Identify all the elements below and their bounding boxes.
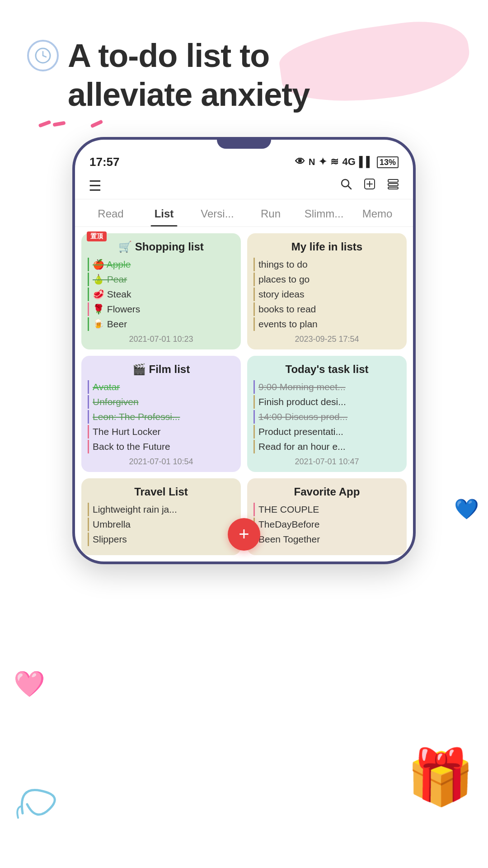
- list-item: THE COUPLE: [253, 503, 400, 516]
- list-item: 14:00 Discuss prod...: [253, 410, 400, 424]
- card-items-film: Avatar Unforgiven Leon: The Professi... …: [88, 380, 235, 453]
- wifi-icon: ≋: [330, 156, 338, 168]
- list-item: Lightweight rain ja...: [88, 503, 235, 516]
- card-timestamp: 2021-07-01 10:47: [253, 457, 400, 467]
- card-todays-tasks[interactable]: Today's task list 9:00 Morning meet... F…: [247, 356, 407, 472]
- swirl-decoration: [14, 777, 68, 832]
- signal-icon: 4G: [342, 156, 355, 168]
- list-item: 🍐 Pear: [88, 273, 235, 286]
- cards-grid: 置顶 🛒 Shopping list 🍎 Apple 🍐 Pear 🥩 Stea…: [75, 227, 413, 561]
- page-header: A to-do list to alleviate anxiety: [0, 0, 488, 128]
- battery-icon: 13%: [377, 156, 399, 168]
- card-items-shopping: 🍎 Apple 🍐 Pear 🥩 Steak 🌹 Flowers 🍺 Beer: [88, 258, 235, 331]
- list-item: 🍺 Beer: [88, 317, 235, 331]
- card-favorite-app[interactable]: Favorite App THE COUPLE TheDayBefore Bee…: [247, 478, 407, 555]
- card-title-my-life: My life in lists: [253, 241, 400, 253]
- list-item: things to do: [253, 258, 400, 271]
- status-time: 17:57: [89, 155, 120, 169]
- card-timestamp: 2021-07-01 10:54: [88, 457, 235, 467]
- card-shopping-list[interactable]: 置顶 🛒 Shopping list 🍎 Apple 🍐 Pear 🥩 Stea…: [81, 233, 241, 349]
- list-item: events to plan: [253, 317, 400, 331]
- card-title-shopping: 🛒 Shopping list: [88, 241, 235, 253]
- list-item: Finish product desi...: [253, 395, 400, 409]
- phone-notch: [217, 140, 271, 149]
- card-title-favorite-app: Favorite App: [253, 486, 400, 498]
- hearts-decoration-left: 🩷: [14, 669, 45, 699]
- cards-container: 置顶 🛒 Shopping list 🍎 Apple 🍐 Pear 🥩 Stea…: [75, 227, 413, 561]
- svg-line-2: [43, 56, 46, 57]
- nfc-icon: N: [309, 157, 315, 167]
- tab-list[interactable]: List: [137, 199, 191, 226]
- list-item: The Hurt Locker: [88, 425, 235, 439]
- card-title-film: 🎬 Film list: [88, 363, 235, 376]
- card-items-my-life: things to do places to go story ideas bo…: [253, 258, 400, 331]
- eye-icon: 👁: [295, 156, 305, 168]
- card-timestamp: 2023-09-25 17:54: [253, 335, 400, 344]
- app-toolbar: ☰: [75, 173, 413, 199]
- list-item: books to read: [253, 302, 400, 316]
- card-film-list[interactable]: 🎬 Film list Avatar Unforgiven Leon: The …: [81, 356, 241, 472]
- hearts-decoration-right: 💙: [454, 497, 479, 521]
- list-item: Read for an hour e...: [253, 440, 400, 453]
- fab-add-button[interactable]: +: [228, 518, 260, 551]
- card-items-tasks: 9:00 Morning meet... Finish product desi…: [253, 380, 400, 453]
- card-timestamp: 2021-07-01 10:23: [88, 335, 235, 344]
- phone-mockup: 17:57 👁 N ✦ ≋ 4G ▌▌ 13% ☰: [72, 137, 416, 564]
- list-item: story ideas: [253, 288, 400, 301]
- layout-button[interactable]: [387, 178, 399, 193]
- card-title-tasks: Today's task list: [253, 363, 400, 376]
- tab-bar: Read List Versi... Run Slimm... Memo: [75, 199, 413, 227]
- list-item: 9:00 Morning meet...: [253, 380, 400, 394]
- toolbar-actions: [340, 178, 399, 193]
- list-item: Unforgiven: [88, 395, 235, 409]
- list-item: Umbrella: [88, 518, 235, 531]
- svg-rect-8: [388, 179, 398, 182]
- signal-bars: ▌▌: [359, 156, 373, 168]
- add-list-button[interactable]: [363, 178, 376, 193]
- tab-version[interactable]: Versi...: [191, 199, 244, 226]
- menu-button[interactable]: ☰: [89, 177, 102, 194]
- search-button[interactable]: [340, 178, 352, 193]
- list-item: Product presentati...: [253, 425, 400, 439]
- card-my-life-lists[interactable]: My life in lists things to do places to …: [247, 233, 407, 349]
- bluetooth-icon: ✦: [319, 156, 327, 168]
- clock-icon: [27, 40, 59, 71]
- tab-run[interactable]: Run: [244, 199, 297, 226]
- list-item: Avatar: [88, 380, 235, 394]
- list-item: TheDayBefore: [253, 518, 400, 531]
- svg-line-4: [348, 186, 351, 189]
- top-badge: 置顶: [87, 231, 107, 241]
- list-item: Leon: The Professi...: [88, 410, 235, 424]
- page-title: A to-do list to alleviate anxiety: [68, 36, 310, 114]
- status-icons: 👁 N ✦ ≋ 4G ▌▌ 13%: [295, 156, 399, 168]
- tab-memo[interactable]: Memo: [351, 199, 404, 226]
- svg-rect-9: [388, 184, 398, 186]
- svg-rect-10: [388, 187, 398, 189]
- list-item: 🥩 Steak: [88, 288, 235, 301]
- card-items-favorite-app: THE COUPLE TheDayBefore Been Together: [253, 503, 400, 546]
- tab-read[interactable]: Read: [84, 199, 137, 226]
- list-item: 🌹 Flowers: [88, 302, 235, 316]
- card-items-travel: Lightweight rain ja... Umbrella Slippers: [88, 503, 235, 546]
- list-item: places to go: [253, 273, 400, 286]
- status-bar: 17:57 👁 N ✦ ≋ 4G ▌▌ 13%: [75, 149, 413, 173]
- list-item: 🍎 Apple: [88, 258, 235, 271]
- tab-slimm[interactable]: Slimm...: [297, 199, 351, 226]
- list-item: Been Together: [253, 533, 400, 546]
- list-item: Slippers: [88, 533, 235, 546]
- card-travel-list[interactable]: Travel List Lightweight rain ja... Umbre…: [81, 478, 241, 555]
- gift-decoration: 🎁: [407, 745, 474, 809]
- list-item: Back to the Future: [88, 440, 235, 453]
- card-title-travel: Travel List: [88, 486, 235, 498]
